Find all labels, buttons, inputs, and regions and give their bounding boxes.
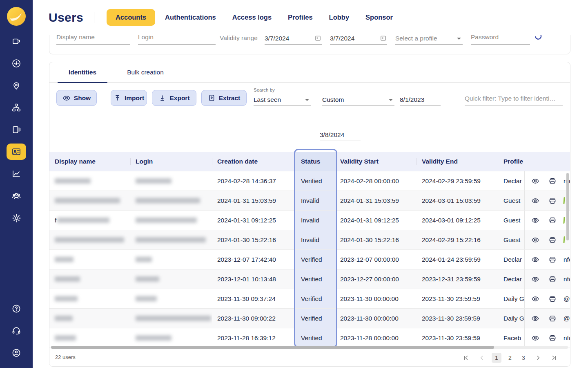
nav-sponsor[interactable]: Sponsor [359,9,399,26]
cell-creation-date: 2023-12-01 10:13:48 [212,269,295,289]
cell-login [130,289,212,308]
cell-overflow-fragment: nfo [563,269,570,289]
first-page-icon[interactable] [460,352,472,364]
row-actions [524,269,563,289]
help-icon [11,304,21,314]
sidebar-item-support[interactable] [0,320,33,342]
brand-logo-icon[interactable] [7,7,26,26]
print-icon[interactable] [548,256,557,264]
quick-filter-field[interactable] [465,95,563,106]
table-row[interactable]: 2023-11-28 16:39:12 Verified 2023-11-28 … [49,328,570,348]
validity-to-field[interactable]: 3/7/2024 [330,34,387,45]
tab-identities[interactable]: Identities [58,62,107,83]
redacted-text [136,257,152,262]
cell-profile: Guest [498,230,524,249]
redacted-text [55,296,78,301]
col-login[interactable]: Login [130,152,212,171]
print-icon[interactable] [548,216,557,224]
search-by-select[interactable]: Last seen [254,95,311,106]
nav-authentications[interactable]: Authentications [158,9,223,26]
col-creation-date[interactable]: Creation date [212,152,295,171]
print-icon[interactable] [548,197,557,205]
table-row[interactable]: 2023-12-01 10:13:48 Verified 2023-12-27 … [49,269,570,289]
display-name-field[interactable] [56,34,130,45]
view-icon[interactable] [531,314,539,323]
sitemap-icon [11,103,21,112]
col-profile[interactable]: Profile [498,152,565,171]
col-display-name[interactable]: Display name [49,152,130,171]
print-icon[interactable] [548,314,557,323]
print-icon[interactable] [548,236,557,244]
table-row[interactable]: 2023-11-30 09:00:22 Verified 2023-11-30 … [49,309,570,328]
sidebar-item-account[interactable] [0,342,33,364]
nav-accounts[interactable]: Accounts [107,9,155,26]
redacted-text [55,335,76,341]
tab-bulk-creation[interactable]: Bulk creation [107,62,183,83]
calendar-icon[interactable] [380,35,386,43]
last-page-icon[interactable] [548,352,560,364]
view-icon[interactable] [531,236,539,244]
calendar-icon[interactable] [315,35,321,43]
nav-lobby[interactable]: Lobby [323,9,356,26]
table-row[interactable]: 2024-02-28 14:36:37 Verified 2024-02-28 … [49,171,570,191]
sidebar-item-cards[interactable] [0,119,33,141]
page-title: Users [49,11,83,25]
view-icon[interactable] [531,334,539,342]
page-2-button[interactable]: 2 [505,353,515,363]
quick-filter-input[interactable] [465,95,563,102]
print-icon[interactable] [548,275,557,283]
col-status[interactable]: Status [295,152,336,171]
validity-from-field[interactable]: 3/7/2024 [265,34,322,45]
vertical-scrollbar[interactable] [566,173,569,240]
table-row[interactable]: 2023-11-30 09:37:24 Verified 2023-11-30 … [49,289,570,309]
sidebar-item-dashboard[interactable] [0,52,33,74]
sidebar-item-help[interactable] [0,298,33,320]
table-row[interactable]: 2023-12-07 17:42:40 Verified 2023-12-07 … [49,250,570,269]
redacted-text [55,178,91,184]
print-icon[interactable] [548,177,557,185]
range-select[interactable]: Custom [322,95,394,106]
sidebar-item-sitemap[interactable] [0,96,33,119]
gauge-icon [11,58,21,68]
sidebar-item-coffee[interactable] [0,30,33,52]
login-field[interactable] [138,34,216,45]
print-icon[interactable] [548,295,557,303]
col-validity-start[interactable]: Validity Start [336,152,416,171]
show-button[interactable]: Show [56,90,97,106]
page-3-button[interactable]: 3 [519,353,528,363]
nav-profiles[interactable]: Profiles [281,9,319,26]
profile-select[interactable]: Select a profile [395,34,463,45]
sidebar-item-identities[interactable] [0,141,33,163]
table-row[interactable]: 2024-01-31 15:03:59 Invalid 2024-01-31 1… [49,191,570,211]
view-icon[interactable] [531,275,539,283]
sidebar-item-analytics[interactable] [0,163,33,185]
cell-profile: Daily G [498,289,524,308]
sidebar-item-locations[interactable] [0,74,33,96]
sidebar-item-groups[interactable] [0,185,33,207]
range-to-field[interactable]: 3/8/2024 [320,130,361,141]
view-icon[interactable] [531,197,539,205]
horizontal-scrollbar-thumb[interactable] [51,346,494,349]
extract-button[interactable]: Extract [201,90,247,106]
nav-access-logs[interactable]: Access logs [226,9,278,26]
export-button[interactable]: Export [152,90,196,106]
view-icon[interactable] [531,295,539,303]
range-from-field[interactable]: 8/1/2023 [400,95,441,106]
page-1-button[interactable]: 1 [492,353,501,363]
import-button[interactable]: Import [111,90,147,106]
view-icon[interactable] [531,256,539,264]
cell-validity-end: 2023-11-30 23:59:59 [416,309,498,328]
cell-validity-start: 2024-01-31 15:03:59 [336,191,416,210]
previous-page-icon[interactable] [476,352,488,364]
view-icon[interactable] [531,216,539,224]
next-page-icon[interactable] [532,352,544,364]
table-row[interactable]: 2024-01-30 15:22:16 Invalid 2024-01-30 1… [49,230,570,250]
view-icon[interactable] [531,177,539,185]
print-icon[interactable] [548,334,557,342]
redacted-text [136,198,200,203]
sidebar-item-settings[interactable] [0,207,33,229]
col-validity-end[interactable]: Validity End [416,152,498,171]
table-row[interactable]: f 2024-01-31 09:12:25 Invalid 2024-01-31… [49,211,570,230]
password-field[interactable] [471,34,530,45]
cell-status: Invalid [295,191,336,210]
